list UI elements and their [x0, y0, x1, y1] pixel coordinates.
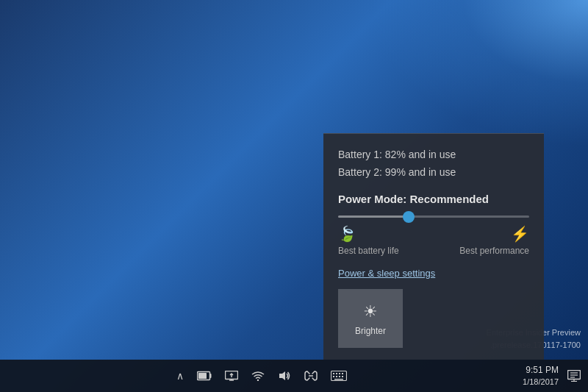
battery1-status: Battery 1: 82% and in use: [338, 149, 529, 160]
svg-rect-16: [336, 376, 337, 377]
performance-icon: ⚡: [511, 225, 529, 243]
battery-taskbar-icon[interactable]: [197, 371, 212, 381]
taskbar-time: 9:51 PM: [526, 364, 559, 377]
taskbar-left-icons: ∧: [0, 370, 523, 382]
taskbar-date: 1/18/2017: [523, 377, 559, 388]
svg-rect-15: [333, 376, 334, 377]
svg-rect-12: [336, 373, 337, 374]
show-hidden-icons-button[interactable]: ∧: [176, 370, 184, 382]
performance-label: Best performance: [459, 246, 529, 256]
slider-fill: [338, 215, 411, 218]
battery-life-icon: 🍃: [338, 225, 356, 243]
slider-track: [338, 215, 529, 218]
power-mode-slider-container[interactable]: [338, 215, 529, 218]
brighter-button[interactable]: ☀ Brighter: [338, 289, 403, 348]
svg-rect-2: [198, 373, 207, 379]
display-taskbar-icon[interactable]: [225, 371, 238, 381]
wifi-taskbar-icon[interactable]: [251, 371, 265, 381]
svg-rect-13: [339, 373, 340, 374]
slider-label-right: ⚡ Best performance: [459, 225, 529, 256]
svg-rect-1: [209, 374, 211, 378]
action-center-button[interactable]: [567, 370, 581, 382]
battery-panel: Battery 1: 82% and in use Battery 2: 99%…: [323, 133, 544, 360]
svg-marker-8: [279, 371, 285, 380]
svg-point-7: [257, 379, 258, 381]
svg-rect-11: [333, 373, 334, 374]
volume-taskbar-icon[interactable]: [278, 371, 291, 381]
taskbar: ∧: [0, 360, 588, 392]
power-mode-label: Power Mode: Recommended: [338, 193, 529, 205]
battery2-status: Battery 2: 99% and in use: [338, 166, 529, 178]
brightness-icon: ☀: [363, 302, 378, 321]
battery-life-label: Best battery life: [338, 246, 399, 256]
taskbar-right-area: 9:51 PM 1/18/2017: [523, 364, 588, 388]
taskbar-clock[interactable]: 9:51 PM 1/18/2017: [523, 364, 559, 388]
brighter-label: Brighter: [355, 326, 386, 336]
slider-labels: 🍃 Best battery life ⚡ Best performance: [338, 225, 529, 256]
svg-rect-19: [334, 379, 343, 380]
power-settings-link[interactable]: Power & sleep settings: [338, 268, 435, 279]
slider-label-left: 🍃 Best battery life: [338, 225, 399, 256]
slider-thumb[interactable]: [403, 211, 415, 223]
svg-rect-18: [342, 376, 343, 377]
svg-rect-14: [342, 373, 343, 374]
keyboard-taskbar-icon[interactable]: [331, 371, 347, 381]
connect-taskbar-icon[interactable]: [304, 371, 318, 381]
svg-rect-17: [339, 376, 340, 377]
